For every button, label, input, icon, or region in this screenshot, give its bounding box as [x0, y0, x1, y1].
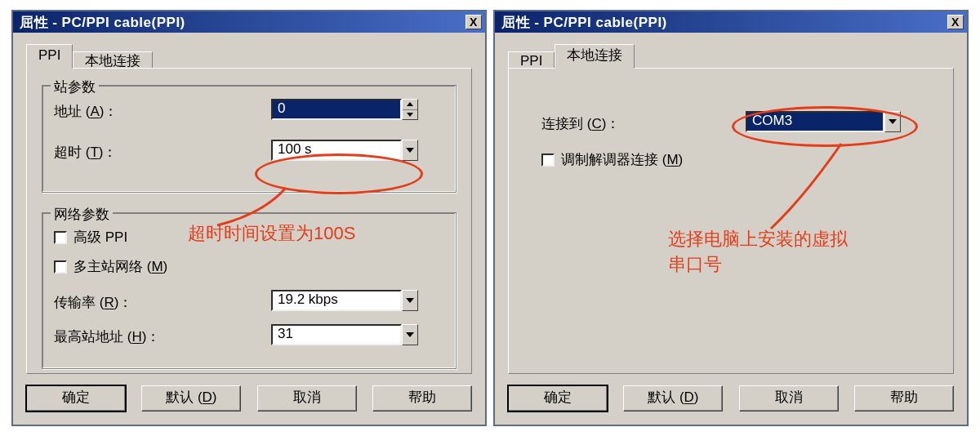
tabpage-ppi: 站参数 地址 (A)： 0 超时 (T)： [26, 68, 472, 374]
max-addr-combo[interactable]: 31 [271, 324, 418, 345]
help-button[interactable]: 帮助 [372, 385, 472, 412]
tabpage-local: 连接到 (C)： COM3 调制解调器连接 (M) [508, 68, 954, 374]
titlebar[interactable]: 屈性 - PC/PPI cable(PPI) X [495, 11, 967, 33]
connect-to-value[interactable]: COM3 [746, 111, 884, 132]
dialog-button-row: 确定 默认 (D) 取消 帮助 [26, 385, 472, 412]
close-icon[interactable]: X [947, 15, 964, 29]
timeout-label: 超时 (T)： [54, 143, 117, 162]
max-addr-label: 最高站地址 (H)： [54, 327, 160, 346]
checkbox-box-icon[interactable] [54, 231, 67, 244]
checkbox-advanced-ppi[interactable]: 高级 PPI [54, 228, 127, 247]
timeout-value[interactable]: 100 s [271, 140, 402, 161]
checkbox-box-icon[interactable] [541, 153, 555, 167]
spinner-buttons-icon[interactable] [402, 99, 418, 120]
cancel-button[interactable]: 取消 [739, 385, 839, 412]
group-network-params: 网络参数 高级 PPI 多主站网络 (M) 传输率 (R)： 19.2 kbps [42, 212, 457, 369]
tab-ppi[interactable]: PPI [26, 44, 73, 69]
checkbox-advanced-ppi-label: 高级 PPI [74, 228, 127, 247]
dropdown-icon[interactable] [402, 324, 418, 345]
default-button[interactable]: 默认 (D) [141, 385, 241, 412]
address-label: 地址 (A)： [54, 102, 118, 121]
group-station-params: 站参数 地址 (A)： 0 超时 (T)： [42, 85, 457, 193]
group-station-title: 站参数 [51, 78, 99, 96]
baud-combo[interactable]: 19.2 kbps [271, 290, 418, 311]
group-network-title: 网络参数 [51, 205, 113, 224]
ok-button[interactable]: 确定 [508, 385, 608, 412]
checkbox-multi-master-label: 多主站网络 (M) [74, 257, 167, 276]
titlebar[interactable]: 屈性 - PC/PPI cable(PPI) X [13, 11, 485, 33]
address-spinner[interactable]: 0 [271, 99, 418, 120]
timeout-combo[interactable]: 100 s [271, 140, 418, 161]
tabstrip: PPI 本地连接 [508, 46, 635, 69]
checkbox-multi-master[interactable]: 多主站网络 (M) [54, 257, 167, 276]
checkbox-modem-label: 调制解调器连接 (M) [561, 150, 683, 169]
dropdown-icon[interactable] [402, 290, 418, 311]
connect-to-label: 连接到 (C)： [541, 114, 620, 133]
window-title: 屈性 - PC/PPI cable(PPI) [20, 13, 466, 32]
checkbox-box-icon[interactable] [54, 260, 67, 274]
default-button[interactable]: 默认 (D) [623, 385, 723, 412]
checkbox-modem[interactable]: 调制解调器连接 (M) [541, 150, 683, 169]
baud-value[interactable]: 19.2 kbps [271, 290, 402, 311]
close-icon[interactable]: X [466, 15, 482, 29]
help-button[interactable]: 帮助 [854, 385, 954, 412]
ok-button[interactable]: 确定 [26, 385, 126, 412]
tab-local-connection[interactable]: 本地连接 [555, 44, 635, 69]
dialog-button-row: 确定 默认 (D) 取消 帮助 [508, 385, 954, 412]
address-value[interactable]: 0 [271, 99, 402, 120]
tabstrip: PPI 本地连接 [26, 46, 153, 69]
window-title: 屈性 - PC/PPI cable(PPI) [501, 13, 947, 32]
dropdown-icon[interactable] [884, 111, 901, 132]
baud-label: 传输率 (R)： [54, 293, 132, 312]
max-addr-value[interactable]: 31 [271, 324, 402, 345]
properties-dialog-ppi: 屈性 - PC/PPI cable(PPI) X PPI 本地连接 站参数 地址… [11, 10, 487, 426]
cancel-button[interactable]: 取消 [257, 385, 357, 412]
dropdown-icon[interactable] [402, 140, 418, 161]
connect-to-combo[interactable]: COM3 [746, 111, 901, 132]
properties-dialog-local: 屈性 - PC/PPI cable(PPI) X PPI 本地连接 连接到 (C… [493, 10, 969, 426]
